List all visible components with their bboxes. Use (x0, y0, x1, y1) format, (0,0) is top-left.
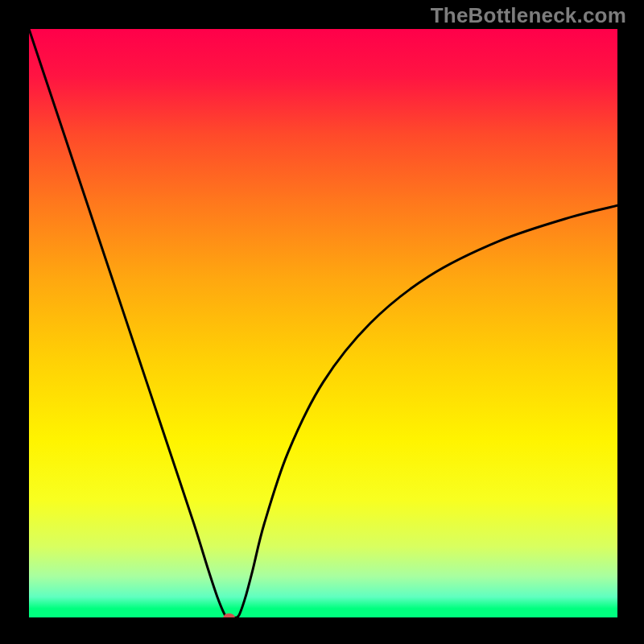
watermark: TheBottleneck.com (431, 3, 626, 28)
plot-background (29, 29, 617, 617)
chart-canvas (0, 0, 644, 644)
